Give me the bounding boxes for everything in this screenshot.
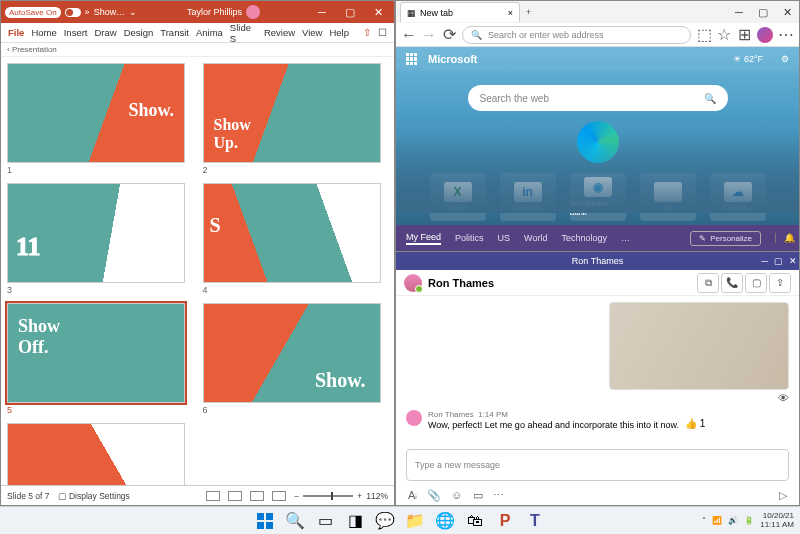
qat-more[interactable]: » (85, 7, 90, 17)
autosave-badge[interactable]: AutoSave On (5, 7, 61, 18)
slide-sorter[interactable]: Show.1 Show Up.2 113 S4 Show Off.5 Show.… (1, 57, 394, 485)
close-button[interactable]: ✕ (366, 6, 390, 19)
collections-button[interactable]: ⊞ (737, 28, 751, 42)
display-settings-button[interactable]: ▢ Display Settings (58, 491, 130, 501)
profile-avatar-icon[interactable] (757, 27, 773, 43)
slide-thumb-2[interactable]: Show Up.2 (203, 63, 389, 175)
ribbon-tab-transitions[interactable]: Transit (157, 25, 192, 40)
browser-tab[interactable]: ▦ New tab × (400, 2, 520, 22)
maximize-button[interactable]: ▢ (338, 6, 362, 19)
slide-thumb-6[interactable]: Show.6 (203, 303, 389, 415)
contact-name[interactable]: Ron Thames (428, 277, 494, 289)
view-sorter-icon[interactable] (228, 491, 242, 501)
share-button[interactable]: ⇧ (360, 25, 374, 40)
doc-title[interactable]: Show… (94, 7, 126, 17)
ribbon-tab-file[interactable]: File (5, 25, 27, 40)
compose-box[interactable]: Type a new message (406, 449, 789, 481)
search-submit-icon[interactable]: 🔍 (704, 93, 716, 104)
edge-maximize-button[interactable]: ▢ (751, 6, 775, 19)
wifi-icon[interactable]: 📶 (712, 516, 722, 525)
edge-taskbar-icon[interactable]: 🌐 (432, 509, 458, 533)
task-view-button[interactable]: ▭ (312, 509, 338, 533)
edge-minimize-button[interactable]: ─ (727, 6, 751, 18)
slide-thumb-7[interactable]: 7 (7, 423, 193, 485)
chat-pane[interactable]: 👁 Ron Thames 1:14 PM Wow, perfect! Let m… (396, 296, 799, 449)
extensions-button[interactable]: ⬚ (697, 28, 711, 42)
image-attachment[interactable] (609, 302, 789, 390)
ribbon-tab-draw[interactable]: Draw (91, 25, 119, 40)
zoom-slider[interactable] (303, 495, 353, 497)
clock[interactable]: 10/20/21 11:11 AM (760, 512, 794, 530)
msg-reaction[interactable]: 👍 1 (685, 418, 705, 429)
slide-thumb-3[interactable]: 113 (7, 183, 193, 295)
autosave-toggle[interactable] (65, 8, 81, 17)
tab-close-icon[interactable]: × (508, 8, 513, 18)
teams-maximize-button[interactable]: ▢ (774, 256, 783, 266)
notifications-icon[interactable]: 🔔 (775, 233, 789, 243)
call-button[interactable]: 📞 (721, 273, 743, 293)
feed-tab-myfeed[interactable]: My Feed (406, 232, 441, 245)
feed-tab-us[interactable]: US (498, 233, 511, 243)
view-normal-icon[interactable] (206, 491, 220, 501)
doc-title-dropdown-icon[interactable]: ⌄ (129, 7, 137, 17)
new-tab-button[interactable]: + (520, 7, 537, 17)
battery-icon[interactable]: 🔋 (744, 516, 754, 525)
slide-thumb-5[interactable]: Show Off.5 (7, 303, 193, 415)
ribbon-tab-design[interactable]: Design (121, 25, 157, 40)
personalize-button[interactable]: ✎ Personalize (690, 231, 761, 246)
feed-tab-technology[interactable]: Technology (561, 233, 607, 243)
weather-widget[interactable]: ☀ 62°F (733, 54, 763, 64)
chat-button[interactable]: 💬 (372, 509, 398, 533)
user-avatar-icon[interactable] (246, 5, 260, 19)
zoom-out-button[interactable]: − (294, 491, 299, 501)
ribbon-tab-view[interactable]: View (299, 25, 325, 40)
slide-thumb-1[interactable]: Show.1 (7, 63, 193, 175)
zoom-in-button[interactable]: + (357, 491, 362, 501)
popout-button[interactable]: ⧉ (697, 273, 719, 293)
comments-button[interactable]: ☐ (375, 25, 390, 40)
explorer-button[interactable]: 📁 (402, 509, 428, 533)
video-call-button[interactable]: ▢ (745, 273, 767, 293)
volume-icon[interactable]: 🔊 (728, 516, 738, 525)
teams-taskbar-icon[interactable]: T (522, 509, 548, 533)
ntp-search-box[interactable]: Search the web 🔍 (468, 85, 728, 111)
favorites-button[interactable]: ☆ (717, 28, 731, 42)
menu-button[interactable]: ⋯ (779, 28, 793, 42)
edge-close-button[interactable]: ✕ (775, 6, 799, 19)
app-launcher-icon[interactable] (406, 53, 418, 65)
feed-tab-politics[interactable]: Politics (455, 233, 484, 243)
feed-tab-more[interactable]: … (621, 233, 630, 243)
back-button[interactable]: ← (402, 28, 416, 42)
zoom-level[interactable]: 112% (366, 491, 388, 501)
view-reading-icon[interactable] (250, 491, 264, 501)
minimize-button[interactable]: ─ (310, 6, 334, 18)
ntp-settings-icon[interactable]: ⚙ (781, 54, 789, 64)
start-button[interactable] (252, 509, 278, 533)
ribbon-tab-slideshow[interactable]: Slide S (227, 20, 260, 46)
feed-tab-world[interactable]: World (524, 233, 547, 243)
slide-thumb-4[interactable]: S4 (203, 183, 389, 295)
view-slideshow-icon[interactable] (272, 491, 286, 501)
system-tray[interactable]: ˄ 📶 🔊 🔋 10/20/21 11:11 AM (702, 512, 794, 530)
ribbon-tab-home[interactable]: Home (28, 25, 59, 40)
tray-chevron-icon[interactable]: ˄ (702, 516, 706, 525)
send-button[interactable]: ▷ (779, 489, 787, 502)
ribbon-tab-animations[interactable]: Anima (193, 25, 226, 40)
attach-button[interactable]: 📎 (427, 489, 441, 502)
emoji-button[interactable]: ☺ (451, 489, 462, 501)
contact-avatar-icon[interactable] (404, 274, 422, 292)
ribbon-tab-insert[interactable]: Insert (61, 25, 91, 40)
forward-button[interactable]: → (422, 28, 436, 42)
ribbon-tab-review[interactable]: Review (261, 25, 298, 40)
store-button[interactable]: 🛍 (462, 509, 488, 533)
teams-minimize-button[interactable]: ─ (762, 256, 768, 266)
ribbon-tab-help[interactable]: Help (326, 25, 352, 40)
widgets-button[interactable]: ◨ (342, 509, 368, 533)
address-bar[interactable]: 🔍 Search or enter web address (462, 26, 691, 44)
gif-button[interactable]: ▭ (473, 489, 483, 502)
search-button[interactable]: 🔍 (282, 509, 308, 533)
screenshare-button[interactable]: ⇪ (769, 273, 791, 293)
teams-close-button[interactable]: ✕ (789, 256, 797, 266)
refresh-button[interactable]: ⟳ (442, 28, 456, 42)
user-name[interactable]: Taylor Phillips (187, 7, 242, 17)
